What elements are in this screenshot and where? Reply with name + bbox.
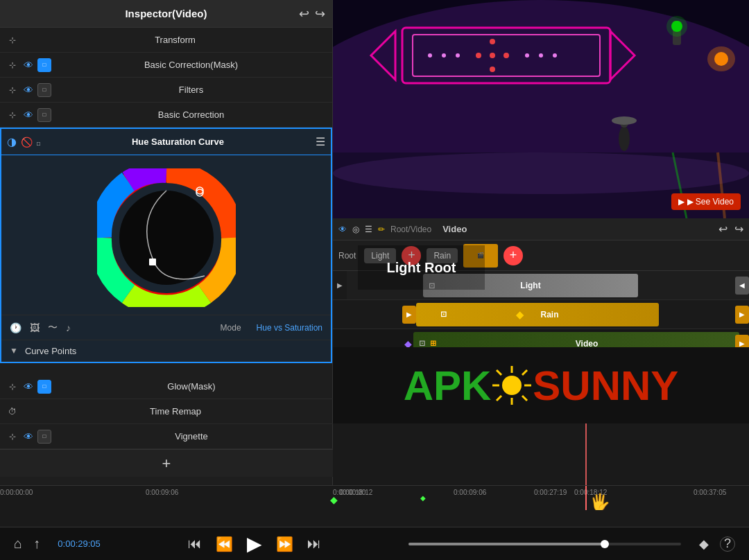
eye-icon-bc[interactable]: 👁 bbox=[24, 110, 33, 121]
curve-points-expand-icon[interactable]: ▼ bbox=[10, 346, 18, 356]
rain-clip[interactable]: ◆ ⊡ Rain bbox=[416, 303, 659, 326]
sun-svg bbox=[491, 365, 533, 406]
svg-point-36 bbox=[612, 116, 637, 125]
progress-fill bbox=[408, 543, 605, 545]
eye-icon-vignette[interactable]: 👁 bbox=[24, 431, 33, 442]
track-expand-icon[interactable]: ▶ bbox=[337, 281, 343, 289]
track-path-header: 👁 ◎ ☰ ✏ Root/Video Video ↩ ↪ bbox=[333, 218, 749, 240]
svg-point-22 bbox=[442, 53, 446, 58]
redo-button[interactable]: ↪ bbox=[315, 6, 325, 21]
effect-row-time-remap[interactable]: ⏱ Time Remap bbox=[0, 399, 333, 424]
hue-sat-menu-icon[interactable]: ☰ bbox=[316, 135, 325, 148]
see-video-button[interactable]: ▶ ▶ See Video bbox=[671, 193, 741, 210]
svg-point-33 bbox=[333, 152, 749, 194]
ruler-playhead bbox=[585, 486, 587, 510]
svg-point-21 bbox=[428, 53, 432, 58]
video-preview: ▶ ▶ See Video bbox=[333, 0, 749, 218]
track-video-label: Video bbox=[442, 224, 467, 234]
mask-box-bcm[interactable]: □ bbox=[37, 58, 51, 72]
time-remap-label: Time Remap bbox=[24, 406, 327, 417]
effect-row-basic-correction-mask[interactable]: ⊹ 👁 □ Basic Correction(Mask) bbox=[0, 53, 332, 78]
circle-track-icon[interactable]: ◎ bbox=[352, 225, 359, 234]
effect-row-filters[interactable]: ⊹ 👁 □ Filters bbox=[0, 78, 332, 103]
svg-point-27 bbox=[490, 39, 495, 44]
mask-box-bc[interactable]: □ bbox=[37, 108, 51, 122]
timeline-diamond-1: ◆ bbox=[330, 494, 338, 505]
vignette-label: Vignette bbox=[55, 431, 327, 441]
upload-button[interactable]: ↑ bbox=[33, 536, 40, 552]
rain-clip-icon: ⊡ bbox=[440, 310, 447, 319]
ruler-mark-5b: 0:00:37:05 bbox=[694, 489, 726, 496]
effect-row-glow[interactable]: ⊹ 👁 □ Glow(Mask) bbox=[0, 374, 333, 399]
progress-thumb[interactable] bbox=[601, 540, 609, 548]
basic-correction-sparkle-icon: ⊹ bbox=[6, 108, 19, 122]
mask-box-glow[interactable]: □ bbox=[37, 380, 51, 394]
svg-point-14 bbox=[666, 16, 687, 37]
see-video-label: ▶ See Video bbox=[687, 197, 734, 207]
pencil-track-icon[interactable]: ✏ bbox=[378, 225, 385, 234]
svg-line-46 bbox=[522, 370, 527, 375]
playback-bar: ⌂ ↑ 0:00:29:05 ⏮ ⏪ ▶ ⏩ ⏭ ◆ ? bbox=[0, 527, 749, 560]
video-preview-panel: ▶ ▶ See Video bbox=[333, 0, 749, 218]
track-undo-button[interactable]: ↩ bbox=[718, 222, 728, 236]
undo-button[interactable]: ↩ bbox=[299, 6, 309, 21]
mode-label: Mode bbox=[221, 323, 241, 333]
basic-correction-mask-sparkle-icon: ⊹ bbox=[6, 58, 19, 72]
mode-image-icon[interactable]: 🖼 bbox=[30, 322, 40, 333]
color-wheel-svg[interactable] bbox=[97, 168, 236, 307]
mask-box-filters[interactable]: □ bbox=[37, 83, 51, 97]
help-button[interactable]: ? bbox=[720, 536, 735, 552]
effect-row-basic-correction[interactable]: ⊹ 👁 □ Basic Correction bbox=[0, 103, 332, 128]
ruler-mark-3b: 0:00:18:12 bbox=[340, 489, 372, 496]
color-wheel-container[interactable] bbox=[1, 155, 331, 315]
hue-saturation-header: ◑ 🚫 □ Hue Saturation Curve ☰ bbox=[1, 129, 331, 155]
step-forward-button[interactable]: ⏩ bbox=[276, 536, 293, 552]
mode-wave-icon[interactable]: 〜 bbox=[48, 322, 58, 334]
svg-point-29 bbox=[490, 53, 495, 58]
rain-clip-label: Rain bbox=[540, 310, 558, 320]
eye-icon-filters[interactable]: 👁 bbox=[24, 85, 33, 96]
home-button[interactable]: ⌂ bbox=[14, 536, 22, 552]
transform-label: Transform bbox=[24, 35, 327, 45]
tracks-area: ▶ ⊡ Light ◀ ▶ ◆ ⊡ Rain ▶ ◆ ⊡ bbox=[333, 271, 749, 493]
svg-point-30 bbox=[503, 53, 509, 58]
menu-track-icon[interactable]: ☰ bbox=[365, 225, 372, 234]
hue-sat-eye-icon[interactable]: 🚫 bbox=[21, 137, 33, 148]
curve-points-row[interactable]: ▼ Curve Points bbox=[1, 340, 331, 362]
add-effect-button[interactable]: + bbox=[162, 455, 171, 473]
filters-label: Filters bbox=[55, 85, 327, 95]
eye-icon-glow[interactable]: 👁 bbox=[24, 381, 33, 392]
mode-value[interactable]: Hue vs Saturation bbox=[257, 323, 322, 333]
bottom-effects: ⊹ 👁 □ Glow(Mask) ⏱ Time Remap ⊹ 👁 □ Vign… bbox=[0, 374, 333, 477]
rain-track-left-handle[interactable]: ▶ bbox=[402, 306, 416, 324]
light-track-right-handle[interactable]: ◀ bbox=[735, 277, 749, 295]
ruler-mark-1b: 0:00:09:06 bbox=[146, 489, 178, 496]
play-button[interactable]: ▶ bbox=[247, 532, 262, 555]
eye-icon-bcm[interactable]: 👁 bbox=[24, 60, 33, 71]
skip-forward-button[interactable]: ⏭ bbox=[307, 536, 321, 552]
diamond-button[interactable]: ◆ bbox=[699, 536, 709, 552]
mask-box-vignette[interactable]: □ bbox=[37, 430, 51, 444]
rain-clip-diamond-icon: ◆ bbox=[516, 309, 524, 320]
step-back-button[interactable]: ⏪ bbox=[216, 536, 233, 552]
track-redo-button[interactable]: ↪ bbox=[734, 222, 743, 236]
effect-row-transform[interactable]: ⊹ Transform bbox=[0, 28, 332, 53]
timeline-ruler: 0:00:00:00 0:00:09:06 0:00:18:12 0:00:00… bbox=[0, 485, 749, 510]
watermark-area: APK SUNNY bbox=[333, 347, 749, 423]
hue-sat-mask-box[interactable]: □ bbox=[37, 136, 40, 148]
mode-row: 🕐 🖼 〜 ♪ Mode Hue vs Saturation bbox=[1, 315, 331, 340]
timeline-diamond-2: ◆ bbox=[420, 494, 426, 502]
mode-music-icon[interactable]: ♪ bbox=[66, 322, 71, 333]
rain-track-right-handle[interactable]: ▶ bbox=[735, 306, 749, 324]
mode-clock-icon: 🕐 bbox=[10, 322, 21, 333]
add-track-button-2[interactable]: + bbox=[503, 246, 523, 265]
eye-track-icon[interactable]: 👁 bbox=[338, 225, 347, 234]
skip-back-button[interactable]: ⏮ bbox=[188, 536, 202, 552]
progress-bar[interactable] bbox=[408, 543, 681, 545]
transform-icon: ⊹ bbox=[6, 33, 19, 47]
svg-point-39 bbox=[502, 376, 522, 395]
hue-saturation-label: Hue Saturation Curve bbox=[44, 137, 311, 147]
hand-cursor-icon: 🖐 bbox=[589, 493, 610, 510]
effect-row-vignette[interactable]: ⊹ 👁 □ Vignette bbox=[0, 424, 333, 449]
glow-label: Glow(Mask) bbox=[55, 381, 327, 392]
